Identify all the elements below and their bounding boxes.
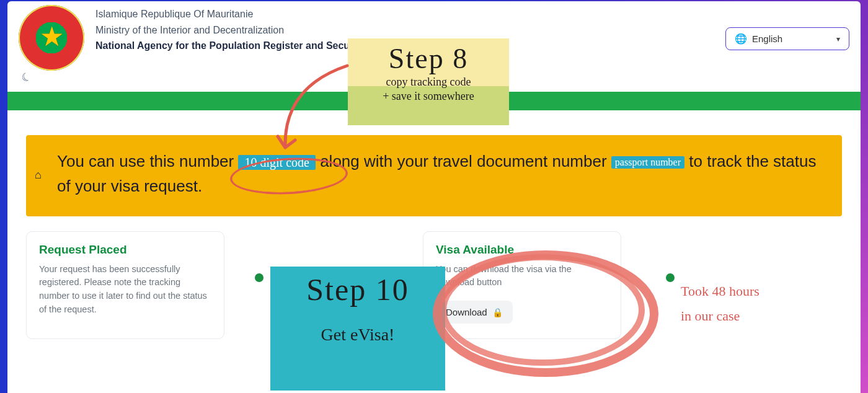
code-chip: 10 digit code [238, 155, 315, 170]
notice-text-a: You can use this number [57, 152, 234, 170]
tracking-notice: ⌂ You can use this number 10 digit code … [26, 135, 842, 216]
home-icon: ⌂ [35, 167, 42, 184]
card-title: Request Placed [39, 243, 211, 257]
header-line-2: Ministry of the Interior and Decentraliz… [95, 22, 388, 38]
header-line-3: National Agency for the Population Regis… [95, 38, 388, 54]
notice-text-b: along with your travel document number [320, 152, 606, 170]
globe-icon: 🌐 [735, 33, 747, 45]
notice-wrap: ⌂ You can use this number 10 digit code … [7, 110, 861, 223]
app-window: Islamique Republique Of Mauritanie Minis… [7, 1, 861, 393]
timeline-dot [666, 273, 675, 282]
lock-icon: 🔒 [492, 307, 503, 317]
download-button[interactable]: Download 🔒 [436, 301, 513, 324]
language-label: English [752, 33, 782, 44]
card-body: Your request has been successfully regis… [39, 263, 211, 317]
language-select[interactable]: 🌐 English ▾ [725, 27, 849, 50]
timeline-dot [255, 273, 264, 282]
caret-down-icon: ▾ [836, 35, 840, 43]
header-titles: Islamique Republique Of Mauritanie Minis… [95, 5, 388, 54]
progress-stripe [7, 92, 861, 110]
card-body: You can download the visa via the downlo… [436, 263, 608, 290]
download-label: Download [446, 307, 487, 317]
header: Islamique Republique Of Mauritanie Minis… [7, 1, 861, 82]
card-visa-available: Visa Available You can download the visa… [423, 231, 621, 340]
national-seal-icon [19, 5, 84, 71]
card-title: Visa Available [436, 243, 608, 257]
passport-chip: passport number [611, 156, 684, 169]
header-line-1: Islamique Republique Of Mauritanie [95, 6, 388, 22]
card-request-placed: Request Placed Your request has been suc… [26, 231, 224, 340]
status-cards: Request Placed Your request has been suc… [7, 223, 861, 340]
